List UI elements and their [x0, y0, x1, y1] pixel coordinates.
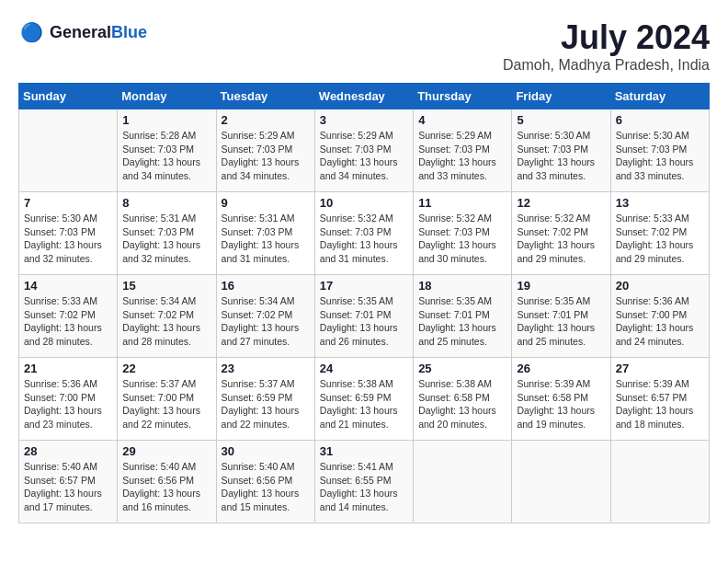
day-info: Sunrise: 5:32 AM Sunset: 7:03 PM Dayligh…: [418, 212, 506, 266]
location-title: Damoh, Madhya Pradesh, India: [503, 57, 710, 74]
day-number: 10: [320, 196, 408, 210]
week-row-1: 1Sunrise: 5:28 AM Sunset: 7:03 PM Daylig…: [19, 109, 710, 192]
day-info: Sunrise: 5:28 AM Sunset: 7:03 PM Dayligh…: [122, 129, 210, 183]
day-number: 28: [24, 444, 112, 458]
header-cell-saturday: Saturday: [610, 84, 709, 109]
header-cell-sunday: Sunday: [19, 84, 118, 109]
day-cell: 17Sunrise: 5:35 AM Sunset: 7:01 PM Dayli…: [314, 275, 413, 358]
day-info: Sunrise: 5:34 AM Sunset: 7:02 PM Dayligh…: [122, 294, 210, 349]
day-number: 29: [122, 444, 210, 458]
day-info: Sunrise: 5:32 AM Sunset: 7:02 PM Dayligh…: [517, 212, 605, 266]
day-number: 4: [418, 113, 506, 127]
day-info: Sunrise: 5:31 AM Sunset: 7:03 PM Dayligh…: [222, 212, 310, 266]
day-info: Sunrise: 5:35 AM Sunset: 7:01 PM Dayligh…: [320, 294, 408, 349]
day-cell: 26Sunrise: 5:39 AM Sunset: 6:58 PM Dayli…: [512, 358, 610, 441]
day-cell: 18Sunrise: 5:35 AM Sunset: 7:01 PM Dayli…: [414, 275, 512, 358]
day-number: 25: [418, 362, 506, 375]
day-cell: [512, 441, 610, 523]
header-cell-wednesday: Wednesday: [314, 84, 413, 109]
day-cell: 25Sunrise: 5:38 AM Sunset: 6:58 PM Dayli…: [414, 358, 512, 441]
day-number: 21: [24, 362, 112, 375]
day-cell: 21Sunrise: 5:36 AM Sunset: 7:00 PM Dayli…: [19, 358, 118, 441]
week-row-2: 7Sunrise: 5:30 AM Sunset: 7:03 PM Daylig…: [19, 192, 710, 275]
day-info: Sunrise: 5:41 AM Sunset: 6:55 PM Dayligh…: [320, 460, 408, 514]
week-row-5: 28Sunrise: 5:40 AM Sunset: 6:57 PM Dayli…: [19, 441, 710, 523]
day-number: 17: [320, 279, 408, 293]
day-cell: 22Sunrise: 5:37 AM Sunset: 7:00 PM Dayli…: [118, 358, 216, 441]
calendar-header-row: SundayMondayTuesdayWednesdayThursdayFrid…: [19, 84, 710, 109]
day-cell: [414, 441, 512, 523]
day-number: 30: [222, 444, 310, 458]
day-cell: 14Sunrise: 5:33 AM Sunset: 7:02 PM Dayli…: [19, 275, 118, 358]
day-number: 11: [418, 196, 506, 210]
day-cell: 30Sunrise: 5:40 AM Sunset: 6:56 PM Dayli…: [216, 441, 314, 523]
day-number: 26: [517, 362, 605, 375]
day-cell: 20Sunrise: 5:36 AM Sunset: 7:00 PM Dayli…: [610, 275, 709, 358]
day-cell: 19Sunrise: 5:35 AM Sunset: 7:01 PM Dayli…: [512, 275, 610, 358]
day-cell: 13Sunrise: 5:33 AM Sunset: 7:02 PM Dayli…: [610, 192, 709, 275]
day-info: Sunrise: 5:34 AM Sunset: 7:02 PM Dayligh…: [222, 294, 310, 349]
day-info: Sunrise: 5:33 AM Sunset: 7:02 PM Dayligh…: [616, 212, 704, 266]
day-cell: [19, 109, 118, 192]
day-number: 7: [24, 196, 112, 210]
day-cell: 8Sunrise: 5:31 AM Sunset: 7:03 PM Daylig…: [118, 192, 216, 275]
day-info: Sunrise: 5:35 AM Sunset: 7:01 PM Dayligh…: [418, 294, 506, 349]
day-number: 15: [122, 279, 210, 293]
day-cell: 4Sunrise: 5:29 AM Sunset: 7:03 PM Daylig…: [414, 109, 512, 192]
header-cell-friday: Friday: [512, 84, 610, 109]
day-number: 18: [418, 279, 506, 293]
day-info: Sunrise: 5:39 AM Sunset: 6:57 PM Dayligh…: [616, 377, 704, 431]
day-number: 19: [517, 279, 605, 293]
day-info: Sunrise: 5:40 AM Sunset: 6:56 PM Dayligh…: [222, 460, 310, 514]
day-info: Sunrise: 5:39 AM Sunset: 6:58 PM Dayligh…: [517, 377, 605, 431]
day-info: Sunrise: 5:38 AM Sunset: 6:59 PM Dayligh…: [320, 377, 408, 431]
day-info: Sunrise: 5:29 AM Sunset: 7:03 PM Dayligh…: [320, 129, 408, 183]
header-cell-tuesday: Tuesday: [216, 84, 314, 109]
day-info: Sunrise: 5:37 AM Sunset: 6:59 PM Dayligh…: [222, 377, 310, 431]
day-number: 20: [616, 279, 704, 293]
day-info: Sunrise: 5:38 AM Sunset: 6:58 PM Dayligh…: [418, 377, 506, 431]
day-cell: 1Sunrise: 5:28 AM Sunset: 7:03 PM Daylig…: [118, 109, 216, 192]
day-number: 31: [320, 444, 408, 458]
header-cell-monday: Monday: [118, 84, 216, 109]
day-number: 2: [222, 113, 310, 127]
day-number: 13: [616, 196, 704, 210]
day-cell: 2Sunrise: 5:29 AM Sunset: 7:03 PM Daylig…: [216, 109, 314, 192]
week-row-4: 21Sunrise: 5:36 AM Sunset: 7:00 PM Dayli…: [19, 358, 710, 441]
day-cell: 29Sunrise: 5:40 AM Sunset: 6:56 PM Dayli…: [118, 441, 216, 523]
day-number: 16: [222, 279, 310, 293]
logo-icon: 🔵: [18, 18, 46, 46]
logo: 🔵 GeneralBlue: [18, 18, 147, 46]
day-cell: 9Sunrise: 5:31 AM Sunset: 7:03 PM Daylig…: [216, 192, 314, 275]
day-cell: 3Sunrise: 5:29 AM Sunset: 7:03 PM Daylig…: [314, 109, 413, 192]
day-cell: [610, 441, 709, 523]
day-number: 27: [616, 362, 704, 375]
day-cell: 7Sunrise: 5:30 AM Sunset: 7:03 PM Daylig…: [19, 192, 118, 275]
day-cell: 10Sunrise: 5:32 AM Sunset: 7:03 PM Dayli…: [314, 192, 413, 275]
day-info: Sunrise: 5:36 AM Sunset: 7:00 PM Dayligh…: [616, 294, 704, 349]
day-cell: 31Sunrise: 5:41 AM Sunset: 6:55 PM Dayli…: [314, 441, 413, 523]
day-cell: 6Sunrise: 5:30 AM Sunset: 7:03 PM Daylig…: [610, 109, 709, 192]
logo-blue: Blue: [111, 23, 147, 41]
day-cell: 11Sunrise: 5:32 AM Sunset: 7:03 PM Dayli…: [414, 192, 512, 275]
day-info: Sunrise: 5:31 AM Sunset: 7:03 PM Dayligh…: [122, 212, 210, 266]
day-number: 9: [222, 196, 310, 210]
logo-general: General: [50, 23, 111, 41]
day-cell: 27Sunrise: 5:39 AM Sunset: 6:57 PM Dayli…: [610, 358, 709, 441]
day-number: 22: [122, 362, 210, 375]
day-cell: 24Sunrise: 5:38 AM Sunset: 6:59 PM Dayli…: [314, 358, 413, 441]
day-cell: 23Sunrise: 5:37 AM Sunset: 6:59 PM Dayli…: [216, 358, 314, 441]
day-info: Sunrise: 5:33 AM Sunset: 7:02 PM Dayligh…: [24, 294, 112, 349]
day-info: Sunrise: 5:29 AM Sunset: 7:03 PM Dayligh…: [418, 129, 506, 183]
day-cell: 28Sunrise: 5:40 AM Sunset: 6:57 PM Dayli…: [19, 441, 118, 523]
day-info: Sunrise: 5:40 AM Sunset: 6:56 PM Dayligh…: [122, 460, 210, 514]
day-number: 23: [222, 362, 310, 375]
day-number: 24: [320, 362, 408, 375]
day-cell: 5Sunrise: 5:30 AM Sunset: 7:03 PM Daylig…: [512, 109, 610, 192]
page-header: 🔵 GeneralBlue July 2024 Damoh, Madhya Pr…: [18, 18, 710, 74]
day-cell: 12Sunrise: 5:32 AM Sunset: 7:02 PM Dayli…: [512, 192, 610, 275]
day-info: Sunrise: 5:30 AM Sunset: 7:03 PM Dayligh…: [517, 129, 605, 183]
day-info: Sunrise: 5:30 AM Sunset: 7:03 PM Dayligh…: [24, 212, 112, 266]
day-number: 1: [122, 113, 210, 127]
day-number: 8: [122, 196, 210, 210]
